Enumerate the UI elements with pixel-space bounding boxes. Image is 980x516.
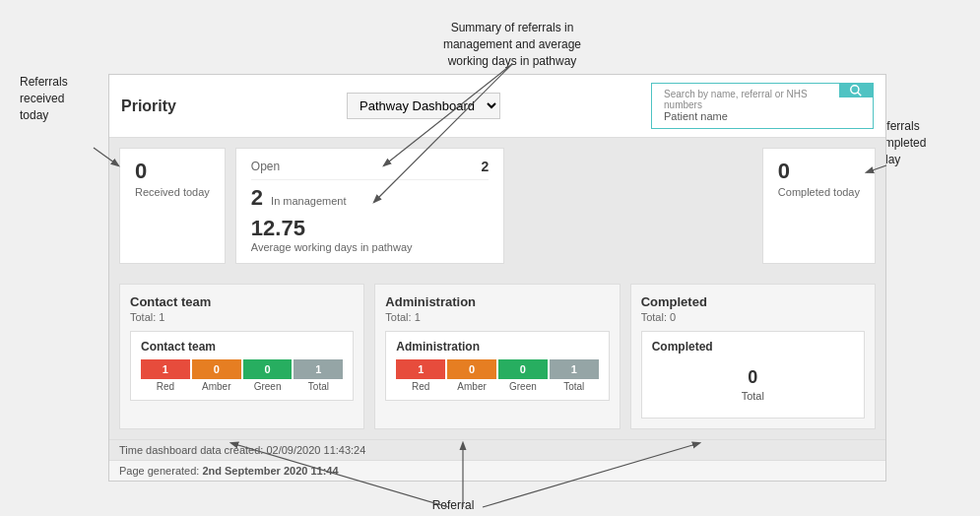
bar-green-contact: 0 — [243, 359, 293, 379]
bar-amber-contact: 0 — [192, 359, 241, 379]
search-text-area: Search by name, referral or NHS numbers … — [652, 84, 839, 128]
bar-item-red-contact: 1 Red — [141, 359, 190, 392]
bar-red-contact: 1 — [141, 359, 190, 379]
dashboard-title: Priority — [121, 97, 176, 115]
search-icon — [849, 84, 863, 97]
search-button[interactable] — [839, 84, 873, 97]
header-bar: Priority Pathway Dashboard Search by nam… — [109, 75, 885, 138]
kanban-card-admin: Administration 1 Red 0 Amber 0 Green — [385, 331, 609, 401]
bar-item-green-admin: 0 Green — [498, 359, 548, 392]
stats-row: 0 Received today Open 2 2 In management … — [109, 138, 885, 274]
search-patient-label: Patient name — [658, 110, 833, 125]
kanban-total-only-completed: 0 Total — [652, 359, 854, 410]
annotation-referrals-received: Referrals received today — [20, 74, 98, 123]
kanban-col-title-completed: Completed — [641, 294, 865, 309]
kanban-col-title-contact: Contact team — [130, 294, 354, 309]
page-generated-label: Page generated: — [119, 465, 199, 477]
kanban-col-total-contact: Total: 1 — [130, 311, 354, 323]
kanban-bar-row-admin: 1 Red 0 Amber 0 Green 1 — [396, 359, 598, 392]
bar-item-total-admin: 1 Total — [550, 359, 599, 392]
kanban-col-title-admin: Administration — [385, 294, 609, 309]
stat-received-today: 0 Received today — [119, 148, 226, 264]
dashboard-time: Time dashboard data created: 02/09/2020 … — [119, 444, 365, 456]
bar-item-red-admin: 1 Red — [396, 359, 445, 392]
avg-label: Average working days in pathway — [251, 241, 490, 253]
kanban-bar-row-contact: 1 Red 0 Amber 0 Green 1 — [141, 359, 343, 392]
bar-label-green-admin: Green — [509, 381, 537, 392]
kanban-column-completed: Completed Total: 0 Completed 0 Total — [630, 284, 876, 429]
open-label: Open — [251, 160, 280, 173]
bar-item-amber-contact: 0 Amber — [192, 359, 241, 392]
open-value: 2 — [482, 159, 490, 174]
bar-total-contact: 1 — [294, 359, 343, 379]
kanban-col-total-admin: Total: 1 — [385, 311, 609, 323]
bar-label-green-contact: Green — [254, 381, 282, 392]
bar-item-total-contact: 1 Total — [294, 359, 343, 392]
kanban-section: Contact team Total: 1 Contact team 1 Red… — [109, 274, 885, 439]
bar-green-admin: 0 — [498, 359, 548, 379]
bar-label-total-contact: Total — [308, 381, 329, 392]
open-row: Open 2 — [251, 159, 490, 180]
kanban-card-title-completed: Completed — [652, 340, 854, 354]
bar-label-amber-contact: Amber — [202, 381, 230, 392]
footer-bar: Time dashboard data created: 02/09/2020 … — [109, 439, 885, 460]
annotation-summary: Summary of referrals in management and a… — [414, 20, 611, 69]
page-generated-value: 2nd September 2020 11:44 — [202, 465, 338, 477]
search-placeholder: Search by name, referral or NHS numbers — [658, 87, 833, 110]
bar-amber-admin: 0 — [447, 359, 496, 379]
received-today-label: Received today — [135, 186, 210, 198]
completed-total-label: Total — [742, 390, 764, 402]
bar-label-red-admin: Red — [412, 381, 429, 392]
kanban-card-contact: Contact team 1 Red 0 Amber 0 Green — [130, 331, 354, 401]
dashboard: Priority Pathway Dashboard Search by nam… — [108, 74, 886, 482]
bar-total-admin: 1 — [550, 359, 599, 379]
page-wrapper: Referrals received today Summary of refe… — [20, 20, 960, 516]
bar-item-amber-admin: 0 Amber — [447, 359, 496, 392]
in-management-value: 2 — [251, 185, 263, 211]
svg-point-0 — [851, 86, 859, 94]
svg-line-1 — [858, 93, 862, 97]
completed-today-value: 0 — [778, 159, 860, 184]
kanban-card-title-admin: Administration — [396, 340, 598, 354]
bar-label-amber-admin: Amber — [457, 381, 486, 392]
pathway-dropdown[interactable]: Pathway Dashboard — [347, 93, 500, 119]
kanban-column-contact: Contact team Total: 1 Contact team 1 Red… — [119, 284, 364, 429]
search-container: Search by name, referral or NHS numbers … — [651, 83, 874, 129]
stats-spacer — [514, 148, 752, 264]
management-row: 2 In management — [251, 185, 490, 211]
kanban-card-completed: Completed 0 Total — [641, 331, 865, 419]
received-today-value: 0 — [135, 159, 210, 184]
kanban-column-admin: Administration Total: 1 Administration 1… — [374, 284, 620, 429]
bar-label-red-contact: Red — [157, 381, 174, 392]
completed-zero-value: 0 — [748, 367, 757, 388]
bar-item-green-contact: 0 Green — [243, 359, 293, 392]
kanban-card-title-contact: Contact team — [141, 340, 343, 354]
completed-today-label: Completed today — [778, 186, 860, 198]
stat-completed-today: 0 Completed today — [762, 148, 876, 264]
stat-management: Open 2 2 In management 12.75 Average wor… — [235, 148, 505, 264]
avg-value: 12.75 — [251, 216, 490, 241]
kanban-col-total-completed: Total: 0 — [641, 311, 865, 323]
page-footer: Page generated: 2nd September 2020 11:44 — [109, 460, 885, 481]
bar-label-total-admin: Total — [563, 381, 584, 392]
annotation-referral-steps: Referral steps — [394, 497, 512, 516]
in-management-label: In management — [271, 195, 346, 207]
bar-red-admin: 1 — [396, 359, 445, 379]
